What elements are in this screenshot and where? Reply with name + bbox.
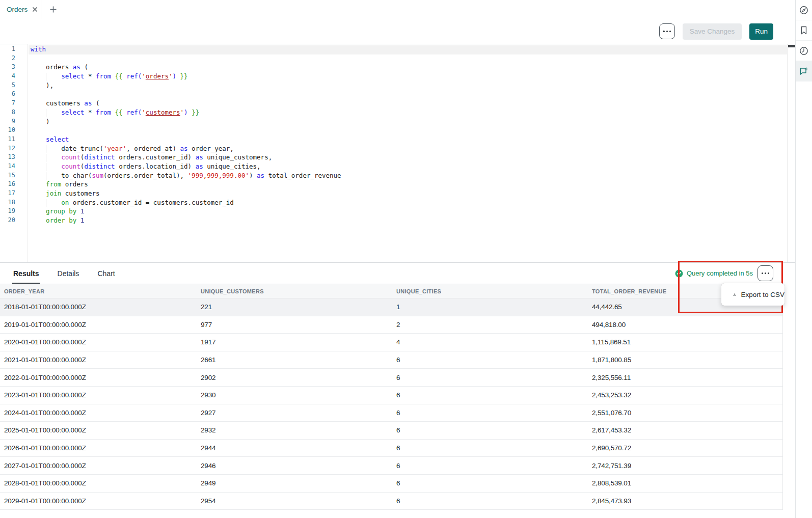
editor-tab-bar: Orders — [0, 0, 795, 19]
code-line[interactable] — [29, 54, 788, 64]
code-line[interactable] — [29, 126, 788, 135]
code-line[interactable]: join customers — [29, 189, 788, 199]
column-header: UNIQUE_CITIES — [396, 288, 592, 294]
code-line[interactable]: ) — [29, 118, 788, 127]
code-line[interactable]: with — [29, 45, 788, 54]
line-number: 11 — [0, 135, 28, 145]
code-line[interactable]: to_char(sum(orders.order_total), '999,99… — [29, 172, 788, 181]
feedback-icon — [799, 67, 808, 76]
line-number: 16 — [0, 180, 28, 189]
sql-editor[interactable]: 1234567891011121314151617181920 with ord… — [0, 44, 795, 263]
tab-results[interactable]: Results — [13, 263, 39, 284]
table-cell: 2,690,570.72 — [592, 444, 782, 452]
code-line[interactable]: date_trunc('year', ordered_at) as order_… — [29, 145, 788, 154]
table-cell: 6 — [396, 462, 592, 470]
indent-guide — [46, 163, 46, 171]
code-line[interactable]: customers as ( — [29, 99, 788, 108]
sidebar-item-feedback[interactable] — [796, 61, 812, 81]
code-line[interactable]: count(distinct orders.customer_id) as un… — [29, 153, 788, 162]
table-cell: 1,115,869.51 — [592, 338, 782, 346]
new-tab-button[interactable] — [46, 3, 60, 16]
table-cell: 2 — [396, 321, 592, 329]
history-icon — [799, 46, 808, 56]
column-header: UNIQUE_CUSTOMERS — [201, 288, 396, 294]
table-row[interactable]: 2020-01-01T00:00:00.000Z191741,115,869.5… — [0, 334, 782, 351]
table-cell: 494,818.00 — [592, 321, 782, 329]
table-cell: 2,617,453.32 — [592, 426, 782, 434]
table-row[interactable]: 2019-01-01T00:00:00.000Z9772494,818.00 — [0, 316, 782, 334]
sidebar-item-bookmark[interactable] — [796, 20, 812, 41]
code-line[interactable]: on orders.customer_id = customers.custom… — [29, 199, 788, 208]
table-row[interactable]: 2029-01-01T00:00:00.000Z295462,845,473.9… — [0, 493, 782, 510]
results-table-header: ORDER_YEARUNIQUE_CUSTOMERSUNIQUE_CITIEST… — [0, 284, 783, 298]
tab-orders[interactable]: Orders — [0, 0, 41, 19]
table-row[interactable]: 2022-01-01T00:00:00.000Z290262,325,556.1… — [0, 369, 782, 387]
sidebar-item-history[interactable] — [796, 41, 812, 61]
export-menu[interactable]: Export to CSV — [721, 283, 784, 306]
table-row[interactable]: 2028-01-01T00:00:00.000Z294962,808,539.0… — [0, 475, 782, 493]
results-more-button[interactable] — [757, 265, 773, 281]
editor-toolbar: Save Changes Run — [0, 19, 795, 44]
results-table-body: 2018-01-01T00:00:00.000Z221144,442.65201… — [0, 298, 783, 510]
table-row[interactable]: 2026-01-01T00:00:00.000Z294462,690,570.7… — [0, 440, 782, 457]
table-cell: 2932 — [201, 426, 396, 434]
table-row[interactable]: 2021-01-01T00:00:00.000Z266161,871,800.8… — [0, 351, 782, 369]
table-cell: 2020-01-01T00:00:00.000Z — [4, 338, 201, 346]
code-line[interactable] — [29, 90, 788, 99]
save-changes-button[interactable]: Save Changes — [683, 23, 742, 40]
code-line[interactable]: order by 1 — [29, 216, 788, 226]
code-line[interactable]: group by 1 — [29, 207, 788, 216]
line-number: 2 — [0, 54, 28, 64]
line-number: 4 — [0, 72, 28, 81]
table-row[interactable]: 2024-01-01T00:00:00.000Z292762,551,076.7… — [0, 404, 782, 422]
line-number: 9 — [0, 118, 28, 127]
column-header: ORDER_YEAR — [4, 288, 201, 294]
editor-scrollbar-thumb[interactable] — [788, 45, 795, 47]
tab-chart[interactable]: Chart — [97, 263, 115, 284]
line-number: 8 — [0, 108, 28, 118]
table-cell: 2024-01-01T00:00:00.000Z — [4, 409, 201, 417]
code-line[interactable]: orders as ( — [29, 63, 788, 72]
table-cell: 2946 — [201, 462, 396, 470]
table-cell: 2029-01-01T00:00:00.000Z — [4, 497, 201, 505]
table-cell: 6 — [396, 409, 592, 417]
table-cell: 6 — [396, 391, 592, 399]
table-cell: 2944 — [201, 444, 396, 452]
table-cell: 2927 — [201, 409, 396, 417]
close-icon[interactable] — [32, 7, 38, 12]
indent-guide — [46, 109, 46, 117]
table-cell: 2,808,539.01 — [592, 479, 782, 487]
table-row[interactable]: 2023-01-01T00:00:00.000Z293062,453,253.3… — [0, 387, 782, 404]
table-cell: 2902 — [201, 374, 396, 381]
code-line[interactable]: select * from {{ ref('orders') }} — [29, 72, 788, 81]
ellipsis-icon — [663, 31, 664, 32]
table-row[interactable]: 2027-01-01T00:00:00.000Z294662,742,751.3… — [0, 457, 782, 475]
code-line[interactable]: count(distinct orders.location_id) as un… — [29, 162, 788, 172]
line-number: 18 — [0, 199, 28, 208]
sidebar-item-compass[interactable] — [796, 0, 812, 20]
bookmark-icon — [800, 26, 808, 35]
table-cell: 2021-01-01T00:00:00.000Z — [4, 356, 201, 364]
line-number: 14 — [0, 162, 28, 172]
table-cell: 6 — [396, 426, 592, 434]
table-cell: 2,453,253.32 — [592, 391, 782, 399]
table-row[interactable]: 2025-01-01T00:00:00.000Z293262,617,453.3… — [0, 422, 782, 440]
code-line[interactable]: select — [29, 135, 788, 145]
code-line[interactable]: select * from {{ ref('customers') }} — [29, 108, 788, 118]
line-number: 6 — [0, 90, 28, 99]
code-lines: with orders as ( select * from {{ ref('o… — [29, 45, 788, 226]
table-cell: 6 — [396, 374, 592, 381]
table-row[interactable]: 2018-01-01T00:00:00.000Z221144,442.65 — [0, 298, 782, 316]
code-line[interactable]: from orders — [29, 180, 788, 189]
editor-more-button[interactable] — [659, 23, 675, 39]
table-cell: 2027-01-01T00:00:00.000Z — [4, 462, 201, 470]
table-cell: 6 — [396, 444, 592, 452]
code-line[interactable]: ), — [29, 81, 788, 91]
editor-scrollbar[interactable] — [787, 44, 795, 263]
tab-details[interactable]: Details — [58, 263, 79, 284]
indent-guide — [46, 172, 46, 180]
ellipsis-icon — [762, 272, 763, 274]
run-button[interactable]: Run — [749, 23, 773, 40]
table-cell: 6 — [396, 356, 592, 364]
export-to-csv-item[interactable]: Export to CSV — [741, 291, 784, 298]
